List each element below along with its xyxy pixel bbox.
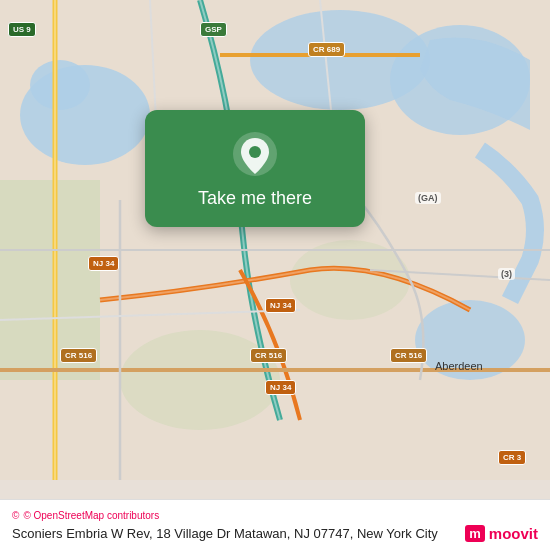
cr516-label-3: CR 516: [390, 348, 427, 363]
gsp-label: GSP: [200, 22, 227, 37]
nj34-label-1: NJ 34: [88, 256, 119, 271]
svg-point-8: [290, 240, 410, 320]
nj34-label-3: NJ 34: [265, 380, 296, 395]
svg-point-7: [120, 330, 280, 430]
location-card: Take me there: [145, 110, 365, 227]
moovit-m-icon: m: [465, 525, 485, 542]
svg-point-2: [30, 60, 90, 110]
moovit-brand-text: moovit: [489, 525, 538, 542]
address-row: Sconiers Embria W Rev, 18 Village Dr Mat…: [12, 525, 538, 542]
three-label: (3): [498, 268, 515, 280]
take-me-there-button[interactable]: Take me there: [198, 188, 312, 209]
aberdeen-label: Aberdeen: [435, 360, 483, 372]
us9-label: US 9: [8, 22, 36, 37]
svg-point-20: [249, 146, 261, 158]
location-pin-icon: [231, 130, 279, 178]
cr689-label: CR 689: [308, 42, 345, 57]
attribution: © © OpenStreetMap contributors: [12, 510, 538, 521]
ga-label: (GA): [415, 192, 441, 204]
address-text: Sconiers Embria W Rev, 18 Village Dr Mat…: [12, 526, 455, 541]
cr516-label-2: CR 516: [250, 348, 287, 363]
cr516-label-1: CR 516: [60, 348, 97, 363]
bottom-bar: © © OpenStreetMap contributors Sconiers …: [0, 499, 550, 550]
nj34-label-2: NJ 34: [265, 298, 296, 313]
cr3-label: CR 3: [498, 450, 526, 465]
moovit-logo: m moovit: [465, 525, 538, 542]
map-container: US 9 GSP CR 689 NJ 34 NJ 34 NJ 34 CR 516…: [0, 0, 550, 550]
attribution-text: © OpenStreetMap contributors: [23, 510, 159, 521]
